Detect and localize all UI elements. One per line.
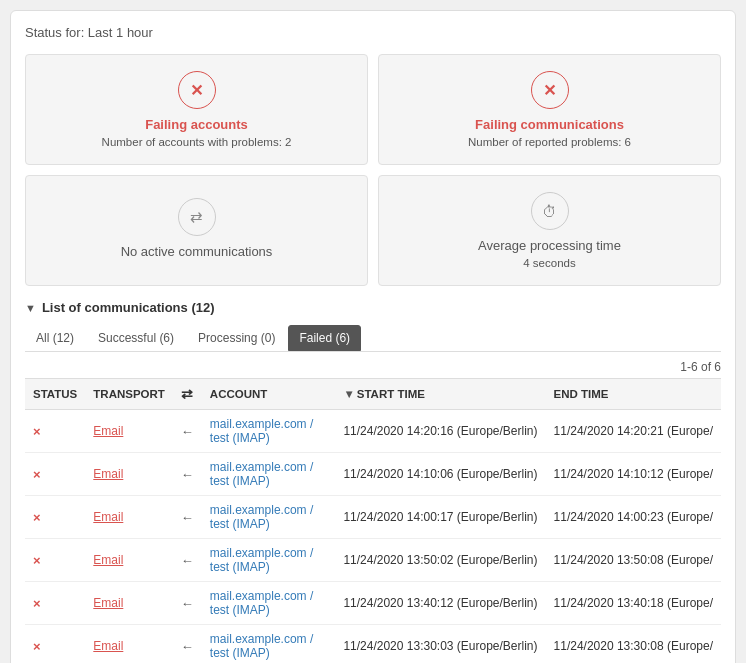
direction-arrow-icon: ←: [181, 596, 194, 611]
table-body: × Email ← mail.example.com / test (IMAP)…: [25, 410, 721, 664]
col-start-time[interactable]: ▼START TIME: [335, 379, 545, 410]
cell-start-time: 11/24/2020 13:50:02 (Europe/Berlin): [335, 539, 545, 582]
direction-arrow-icon: ←: [181, 467, 194, 482]
cell-account: mail.example.com / test (IMAP): [202, 410, 336, 453]
transport-link[interactable]: Email: [93, 467, 123, 481]
failing-accounts-icon: ✕: [178, 71, 216, 109]
cell-end-time: 11/24/2020 14:00:23 (Europe/: [546, 496, 721, 539]
col-account: ACCOUNT: [202, 379, 336, 410]
account-link[interactable]: mail.example.com / test (IMAP): [210, 632, 313, 660]
cell-direction: ←: [173, 625, 202, 664]
cell-start-time: 11/24/2020 14:20:16 (Europe/Berlin): [335, 410, 545, 453]
cell-start-time: 11/24/2020 13:30:03 (Europe/Berlin): [335, 625, 545, 664]
pagination-info: 1-6 of 6: [25, 360, 721, 374]
status-x-icon: ×: [33, 467, 41, 482]
table-row: × Email ← mail.example.com / test (IMAP)…: [25, 539, 721, 582]
status-x-icon: ×: [33, 424, 41, 439]
cell-status: ×: [25, 453, 85, 496]
tabs-bar: All (12) Successful (6) Processing (0) F…: [25, 325, 721, 352]
communications-table: STATUS TRANSPORT ⇄ ACCOUNT ▼START TIME E…: [25, 378, 721, 663]
cell-end-time: 11/24/2020 14:20:21 (Europe/: [546, 410, 721, 453]
cell-start-time: 11/24/2020 14:10:06 (Europe/Berlin): [335, 453, 545, 496]
cell-account: mail.example.com / test (IMAP): [202, 539, 336, 582]
cell-transport: Email: [85, 410, 173, 453]
transport-link[interactable]: Email: [93, 639, 123, 653]
avg-processing-subtitle: 4 seconds: [523, 257, 575, 269]
cell-account: mail.example.com / test (IMAP): [202, 496, 336, 539]
cell-account: mail.example.com / test (IMAP): [202, 625, 336, 664]
col-transport: TRANSPORT: [85, 379, 173, 410]
cell-end-time: 11/24/2020 13:50:08 (Europe/: [546, 539, 721, 582]
table-row: × Email ← mail.example.com / test (IMAP)…: [25, 410, 721, 453]
status-x-icon: ×: [33, 639, 41, 654]
chevron-down-icon: ▼: [25, 302, 36, 314]
avg-processing-card: ⏱ Average processing time 4 seconds: [378, 175, 721, 286]
col-direction: ⇄: [173, 379, 202, 410]
avg-processing-title: Average processing time: [478, 238, 621, 253]
cell-status: ×: [25, 582, 85, 625]
cell-start-time: 11/24/2020 14:00:17 (Europe/Berlin): [335, 496, 545, 539]
failing-communications-icon: ✕: [531, 71, 569, 109]
cell-status: ×: [25, 410, 85, 453]
cell-end-time: 11/24/2020 13:40:18 (Europe/: [546, 582, 721, 625]
x-icon: ✕: [190, 81, 203, 100]
direction-arrow-icon: ←: [181, 424, 194, 439]
tab-processing[interactable]: Processing (0): [187, 325, 286, 351]
transport-link[interactable]: Email: [93, 510, 123, 524]
clock-icon: ⏱: [531, 192, 569, 230]
cell-status: ×: [25, 539, 85, 582]
cell-start-time: 11/24/2020 13:40:12 (Europe/Berlin): [335, 582, 545, 625]
no-active-card: ⇄ No active communications: [25, 175, 368, 286]
transport-link[interactable]: Email: [93, 553, 123, 567]
cell-direction: ←: [173, 539, 202, 582]
cell-account: mail.example.com / test (IMAP): [202, 453, 336, 496]
cell-direction: ←: [173, 453, 202, 496]
account-link[interactable]: mail.example.com / test (IMAP): [210, 417, 313, 445]
direction-arrow-icon: ←: [181, 510, 194, 525]
x-icon-2: ✕: [543, 81, 556, 100]
tab-all[interactable]: All (12): [25, 325, 85, 351]
table-header-row: STATUS TRANSPORT ⇄ ACCOUNT ▼START TIME E…: [25, 379, 721, 410]
cell-transport: Email: [85, 539, 173, 582]
cell-transport: Email: [85, 453, 173, 496]
transport-link[interactable]: Email: [93, 596, 123, 610]
no-active-title: No active communications: [121, 244, 273, 259]
transport-link[interactable]: Email: [93, 424, 123, 438]
stats-grid: ✕ Failing accounts Number of accounts wi…: [25, 54, 721, 286]
direction-arrow-icon: ←: [181, 553, 194, 568]
failing-accounts-title: Failing accounts: [145, 117, 248, 132]
status-header: Status for: Last 1 hour: [25, 25, 721, 40]
account-link[interactable]: mail.example.com / test (IMAP): [210, 503, 313, 531]
cell-direction: ←: [173, 496, 202, 539]
cell-end-time: 11/24/2020 13:30:08 (Europe/: [546, 625, 721, 664]
list-title: List of communications (12): [42, 300, 215, 315]
failing-accounts-card: ✕ Failing accounts Number of accounts wi…: [25, 54, 368, 165]
table-row: × Email ← mail.example.com / test (IMAP)…: [25, 453, 721, 496]
status-x-icon: ×: [33, 510, 41, 525]
failing-communications-subtitle: Number of reported problems: 6: [468, 136, 631, 148]
failing-accounts-subtitle: Number of accounts with problems: 2: [102, 136, 292, 148]
tab-failed[interactable]: Failed (6): [288, 325, 361, 351]
col-status: STATUS: [25, 379, 85, 410]
col-end-time: END TIME: [546, 379, 721, 410]
account-link[interactable]: mail.example.com / test (IMAP): [210, 546, 313, 574]
list-section-header[interactable]: ▼ List of communications (12): [25, 296, 721, 315]
cell-transport: Email: [85, 496, 173, 539]
account-link[interactable]: mail.example.com / test (IMAP): [210, 589, 313, 617]
table-row: × Email ← mail.example.com / test (IMAP)…: [25, 625, 721, 664]
account-link[interactable]: mail.example.com / test (IMAP): [210, 460, 313, 488]
arrows-icon: ⇄: [178, 198, 216, 236]
cell-direction: ←: [173, 582, 202, 625]
cell-direction: ←: [173, 410, 202, 453]
cell-transport: Email: [85, 582, 173, 625]
status-x-icon: ×: [33, 553, 41, 568]
cell-account: mail.example.com / test (IMAP): [202, 582, 336, 625]
tab-successful[interactable]: Successful (6): [87, 325, 185, 351]
status-x-icon: ×: [33, 596, 41, 611]
main-panel: Status for: Last 1 hour ✕ Failing accoun…: [10, 10, 736, 663]
table-row: × Email ← mail.example.com / test (IMAP)…: [25, 496, 721, 539]
cell-end-time: 11/24/2020 14:10:12 (Europe/: [546, 453, 721, 496]
failing-communications-title: Failing communications: [475, 117, 624, 132]
direction-arrow-icon: ←: [181, 639, 194, 654]
table-row: × Email ← mail.example.com / test (IMAP)…: [25, 582, 721, 625]
